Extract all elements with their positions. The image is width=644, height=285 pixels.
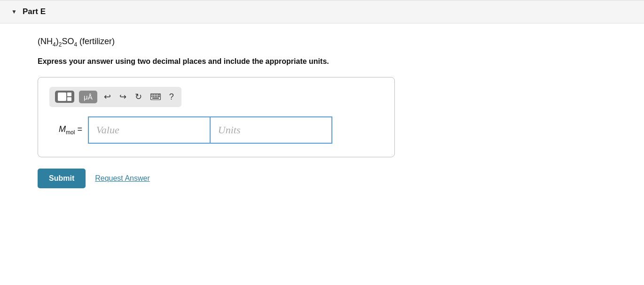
units-input[interactable] bbox=[210, 116, 332, 144]
part-header: ▼ Part E bbox=[0, 0, 644, 23]
square-small-bottom-icon bbox=[67, 97, 71, 101]
toolbar: μÅ ↩ ↪ ↻ bbox=[49, 87, 181, 107]
submit-button[interactable]: Submit bbox=[38, 169, 86, 188]
actions-row: Submit Request Answer bbox=[38, 169, 606, 188]
page-wrapper: ▼ Part E (NH4)2SO4 (fertilizer) Express … bbox=[0, 0, 644, 285]
input-row: Mmol = bbox=[59, 116, 383, 144]
svg-rect-4 bbox=[156, 94, 157, 95]
square-large-icon bbox=[58, 92, 66, 101]
layout-toggle-button[interactable] bbox=[55, 91, 74, 103]
svg-rect-1 bbox=[151, 94, 153, 95]
svg-rect-11 bbox=[152, 98, 159, 99]
formula-line: (NH4)2SO4 (fertilizer) bbox=[38, 37, 606, 48]
value-input[interactable] bbox=[88, 116, 210, 144]
svg-rect-2 bbox=[153, 94, 154, 95]
request-answer-button[interactable]: Request Answer bbox=[95, 174, 150, 183]
redo-button[interactable]: ↪ bbox=[118, 91, 128, 103]
part-title: Part E bbox=[23, 7, 46, 16]
answer-box: μÅ ↩ ↪ ↻ bbox=[38, 77, 395, 157]
square-small-top-icon bbox=[67, 92, 71, 96]
refresh-button[interactable]: ↻ bbox=[133, 91, 144, 103]
mu-button[interactable]: μÅ bbox=[79, 91, 97, 103]
svg-rect-3 bbox=[155, 94, 156, 95]
svg-rect-6 bbox=[151, 96, 153, 97]
square-small-group-icon bbox=[67, 92, 71, 101]
svg-rect-5 bbox=[158, 94, 160, 95]
chevron-down-icon[interactable]: ▼ bbox=[11, 8, 17, 15]
svg-rect-9 bbox=[156, 96, 157, 97]
instruction-text: Express your answer using two decimal pl… bbox=[38, 57, 606, 66]
undo-button[interactable]: ↩ bbox=[102, 91, 113, 103]
svg-rect-8 bbox=[155, 96, 156, 97]
main-content: (NH4)2SO4 (fertilizer) Express your answ… bbox=[0, 23, 644, 207]
help-button[interactable]: ? bbox=[167, 91, 176, 103]
keyboard-icon bbox=[150, 93, 161, 100]
svg-rect-10 bbox=[158, 96, 160, 97]
equation-label: Mmol = bbox=[59, 124, 82, 136]
svg-rect-7 bbox=[153, 96, 154, 97]
keyboard-button[interactable] bbox=[149, 92, 163, 101]
layout-squares-icon bbox=[58, 92, 71, 101]
